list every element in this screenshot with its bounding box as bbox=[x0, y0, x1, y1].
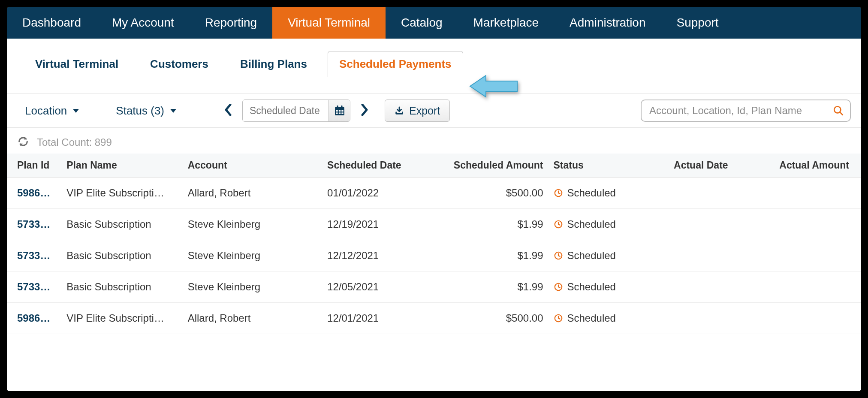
nav-item-administration[interactable]: Administration bbox=[554, 7, 661, 39]
table-row[interactable]: 5733…Basic SubscriptionSteve Kleinberg12… bbox=[7, 271, 861, 303]
cell-actual-date bbox=[669, 178, 765, 209]
th-status[interactable]: Status bbox=[549, 154, 669, 178]
cell-actual-amount bbox=[765, 240, 862, 271]
table-row[interactable]: 5733…Basic SubscriptionSteve Kleinberg12… bbox=[7, 209, 861, 240]
svg-rect-1 bbox=[335, 109, 344, 115]
clock-icon bbox=[554, 251, 563, 260]
chevron-left-icon bbox=[224, 104, 232, 116]
th-plan-id[interactable]: Plan Id bbox=[7, 154, 61, 178]
cell-status: Scheduled bbox=[549, 240, 669, 271]
th-plan-name[interactable]: Plan Name bbox=[61, 154, 182, 178]
cell-actual-date bbox=[669, 240, 765, 271]
cell-plan-name: Basic Subscription bbox=[61, 240, 182, 271]
th-account[interactable]: Account bbox=[183, 154, 322, 178]
table-row[interactable]: 5986…VIP Elite Subscripti…Allard, Robert… bbox=[7, 178, 861, 209]
th-actual-date[interactable]: Actual Date bbox=[669, 154, 765, 178]
count-row: Total Count: 899 bbox=[7, 128, 861, 154]
cell-scheduled-date: 12/01/2021 bbox=[322, 303, 433, 334]
th-actual-amount[interactable]: Actual Amount bbox=[765, 154, 862, 178]
nav-item-virtual-terminal[interactable]: Virtual Terminal bbox=[272, 7, 386, 39]
clock-icon bbox=[554, 314, 563, 323]
cell-actual-date bbox=[669, 209, 765, 240]
cell-account: Allard, Robert bbox=[183, 178, 322, 209]
search-input[interactable] bbox=[649, 105, 833, 117]
cell-scheduled-amount: $1.99 bbox=[433, 271, 548, 303]
svg-rect-4 bbox=[341, 110, 343, 112]
search-box[interactable] bbox=[641, 100, 851, 122]
nav-item-reporting[interactable]: Reporting bbox=[190, 7, 272, 39]
cell-scheduled-date: 01/01/2022 bbox=[322, 178, 433, 209]
subtab-virtual-terminal[interactable]: Virtual Terminal bbox=[24, 51, 130, 77]
export-button[interactable]: Export bbox=[385, 100, 450, 122]
calendar-button[interactable] bbox=[329, 100, 350, 121]
cell-plan-id[interactable]: 5986… bbox=[7, 303, 61, 334]
cell-scheduled-amount: $500.00 bbox=[433, 303, 548, 334]
refresh-icon bbox=[17, 136, 29, 148]
scheduled-date-input[interactable] bbox=[243, 100, 329, 121]
table-row[interactable]: 5733…Basic SubscriptionSteve Kleinberg12… bbox=[7, 240, 861, 271]
cell-scheduled-amount: $1.99 bbox=[433, 209, 548, 240]
cell-account: Steve Kleinberg bbox=[183, 271, 322, 303]
cell-scheduled-date: 12/19/2021 bbox=[322, 209, 433, 240]
cell-plan-name: VIP Elite Subscripti… bbox=[61, 178, 182, 209]
cell-status: Scheduled bbox=[549, 271, 669, 303]
refresh-button[interactable] bbox=[17, 136, 29, 149]
cell-actual-amount bbox=[765, 271, 862, 303]
th-scheduled-date[interactable]: Scheduled Date bbox=[322, 154, 433, 178]
cell-scheduled-amount: $500.00 bbox=[433, 178, 548, 209]
cell-actual-date bbox=[669, 271, 765, 303]
nav-item-my-account[interactable]: My Account bbox=[96, 7, 190, 39]
cell-account: Allard, Robert bbox=[183, 303, 322, 334]
svg-rect-5 bbox=[336, 112, 338, 114]
nav-item-dashboard[interactable]: Dashboard bbox=[7, 7, 96, 39]
cell-status: Scheduled bbox=[549, 178, 669, 209]
nav-item-support[interactable]: Support bbox=[661, 7, 734, 39]
chevron-down-icon bbox=[73, 109, 79, 113]
cell-plan-id[interactable]: 5733… bbox=[7, 240, 61, 271]
cell-plan-name: VIP Elite Subscripti… bbox=[61, 303, 182, 334]
cell-status: Scheduled bbox=[549, 209, 669, 240]
subtab-billing-plans[interactable]: Billing Plans bbox=[229, 51, 318, 77]
cell-plan-id[interactable]: 5733… bbox=[7, 209, 61, 240]
svg-rect-3 bbox=[338, 110, 340, 112]
svg-rect-8 bbox=[337, 106, 338, 108]
cell-plan-id[interactable]: 5733… bbox=[7, 271, 61, 303]
cell-scheduled-amount: $1.99 bbox=[433, 240, 548, 271]
subtab-customers[interactable]: Customers bbox=[139, 51, 220, 77]
status-label: Status (3) bbox=[116, 104, 164, 118]
nav-item-marketplace[interactable]: Marketplace bbox=[458, 7, 555, 39]
svg-rect-9 bbox=[341, 106, 342, 108]
cell-actual-amount bbox=[765, 178, 862, 209]
nav-item-catalog[interactable]: Catalog bbox=[386, 7, 458, 39]
th-scheduled-amount[interactable]: Scheduled Amount bbox=[433, 154, 548, 178]
top-nav: DashboardMy AccountReportingVirtual Term… bbox=[7, 7, 861, 39]
cell-actual-amount bbox=[765, 303, 862, 334]
cell-plan-id[interactable]: 5986… bbox=[7, 178, 61, 209]
download-icon bbox=[395, 106, 404, 115]
payments-table: Plan Id Plan Name Account Scheduled Date… bbox=[7, 154, 861, 334]
sub-tabs: Virtual TerminalCustomersBilling PlansSc… bbox=[7, 39, 861, 77]
clock-icon bbox=[554, 220, 563, 229]
chevron-right-icon bbox=[361, 104, 368, 116]
cell-scheduled-date: 12/12/2021 bbox=[322, 240, 433, 271]
cell-scheduled-date: 12/05/2021 bbox=[322, 271, 433, 303]
subtab-scheduled-payments[interactable]: Scheduled Payments bbox=[328, 51, 463, 77]
date-prev-button[interactable] bbox=[218, 101, 238, 120]
cell-status: Scheduled bbox=[549, 303, 669, 334]
status-filter[interactable]: Status (3) bbox=[108, 100, 184, 122]
table-row[interactable]: 5986…VIP Elite Subscripti…Allard, Robert… bbox=[7, 303, 861, 334]
filter-bar: Location Status (3) bbox=[7, 93, 861, 128]
clock-icon bbox=[554, 188, 563, 198]
calendar-icon bbox=[334, 105, 345, 116]
cell-actual-date bbox=[669, 303, 765, 334]
location-filter[interactable]: Location bbox=[17, 100, 87, 122]
cell-plan-name: Basic Subscription bbox=[61, 209, 182, 240]
date-next-button[interactable] bbox=[355, 101, 374, 120]
svg-line-11 bbox=[840, 112, 843, 115]
cell-account: Steve Kleinberg bbox=[183, 240, 322, 271]
export-label: Export bbox=[409, 105, 440, 117]
table-header-row: Plan Id Plan Name Account Scheduled Date… bbox=[7, 154, 861, 178]
svg-rect-6 bbox=[338, 112, 340, 114]
total-count-label: Total Count: 899 bbox=[37, 136, 112, 148]
cell-account: Steve Kleinberg bbox=[183, 209, 322, 240]
